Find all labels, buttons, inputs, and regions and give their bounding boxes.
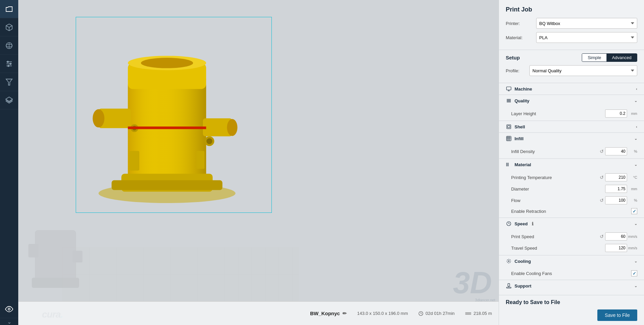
profile-select[interactable]: Normal Quality	[529, 65, 637, 76]
sidebar-item-eye[interactable]	[0, 300, 18, 318]
setting-print-speed: Print Speed ↺ mm/s	[499, 231, 644, 242]
sidebar-item-settings[interactable]	[0, 55, 18, 73]
sidebar-item-filter[interactable]	[0, 73, 18, 91]
infill-icon	[506, 135, 512, 142]
travel-speed-input[interactable]	[605, 244, 627, 252]
cooling-icon	[506, 258, 512, 264]
setting-enable-cooling: Enable Cooling Fans	[499, 268, 644, 278]
sidebar-collapse-arrow[interactable]: ⌄	[0, 318, 18, 325]
svg-rect-69	[508, 283, 509, 286]
group-material-header[interactable]: Material ⌄	[499, 159, 644, 170]
print-job-section: Print Job Printer: BQ Witbox Material: P…	[499, 0, 644, 50]
group-speed-body: Print Speed ↺ mm/s Travel Speed mm/s	[499, 229, 644, 255]
group-quality-header[interactable]: Quality ⌄	[499, 95, 644, 106]
svg-point-20	[93, 109, 104, 127]
quality-icon	[506, 98, 512, 104]
material-row: Material: PLA	[506, 32, 637, 43]
layer-height-input[interactable]	[605, 109, 627, 118]
infill-density-reset[interactable]: ↺	[600, 149, 604, 154]
group-material-chevron: ⌄	[634, 162, 637, 167]
printer-select[interactable]: BQ Witbox	[536, 18, 637, 29]
group-shell-header[interactable]: Shell ‹	[499, 121, 644, 132]
diameter-input[interactable]	[605, 185, 627, 193]
svg-line-67	[510, 259, 510, 260]
setting-flow: Flow ↺ %	[499, 195, 644, 206]
enable-cooling-checkbox[interactable]	[631, 270, 637, 276]
sidebar: ⌄	[0, 0, 18, 325]
group-quality-chevron: ⌄	[634, 99, 637, 103]
tab-simple[interactable]: Simple	[582, 54, 606, 61]
print-temp-input[interactable]	[605, 173, 627, 181]
group-infill-label: Infill	[515, 136, 524, 141]
group-cooling-header[interactable]: Cooling ⌄	[499, 255, 644, 267]
setup-tabs: Simple Advanced	[582, 53, 637, 62]
support-icon	[506, 283, 512, 289]
group-infill-chevron: ⌄	[634, 136, 637, 141]
right-panel: Print Job Printer: BQ Witbox Material: P…	[499, 0, 644, 325]
svg-marker-9	[6, 79, 12, 85]
tab-advanced[interactable]: Advanced	[606, 54, 637, 61]
machine-icon	[506, 86, 512, 92]
viewport: 3D 3dlancer.net cura. BW_Kopnyc ✏ 143.0 …	[18, 0, 499, 325]
group-material: Material ⌄ Printing Temperature ↺ °C Dia…	[499, 158, 644, 218]
profile-label: Profile:	[506, 68, 529, 73]
group-shell-label: Shell	[515, 124, 525, 129]
svg-rect-24	[112, 180, 222, 190]
flow-reset[interactable]: ↺	[600, 198, 604, 203]
setting-print-temp: Printing Temperature ↺ °C	[499, 172, 644, 183]
svg-rect-50	[508, 126, 510, 128]
group-infill-header[interactable]: Infill ⌄	[499, 133, 644, 144]
group-support-chevron: ⌄	[634, 284, 637, 288]
save-to-file-button[interactable]: Save to File	[597, 309, 637, 321]
svg-line-66	[510, 262, 510, 263]
enable-retraction-checkbox[interactable]	[631, 208, 637, 214]
svg-rect-30	[129, 151, 139, 171]
svg-line-68	[507, 262, 508, 263]
group-machine-label: Machine	[515, 86, 532, 92]
group-shell-chevron: ‹	[636, 125, 637, 129]
print-speed-input[interactable]	[605, 232, 627, 241]
svg-point-6	[7, 61, 8, 62]
group-machine: Machine ‹	[499, 83, 644, 95]
edit-name-icon[interactable]: ✏	[342, 310, 347, 317]
material-icon	[506, 161, 512, 168]
profile-row: Profile: Normal Quality	[506, 65, 637, 76]
flow-input[interactable]	[605, 196, 627, 204]
group-support-label: Support	[515, 283, 531, 289]
setting-layer-height: Layer Height mm	[499, 108, 644, 119]
group-cooling-body: Enable Cooling Fans	[499, 267, 644, 280]
setting-diameter: Diameter mm	[499, 183, 644, 195]
group-material-body: Printing Temperature ↺ °C Diameter mm Fl…	[499, 170, 644, 218]
group-machine-header[interactable]: Machine ‹	[499, 83, 644, 95]
svg-point-7	[10, 63, 11, 65]
print-time: 02d 01h 27min	[418, 311, 455, 316]
group-machine-chevron: ‹	[636, 87, 637, 91]
sidebar-item-object[interactable]	[0, 18, 18, 36]
svg-rect-49	[507, 125, 511, 129]
speed-icon	[506, 221, 512, 227]
svg-rect-31	[196, 151, 205, 169]
sidebar-item-layers[interactable]	[0, 91, 18, 109]
svg-rect-14	[128, 79, 206, 190]
setting-travel-speed: Travel Speed mm/s	[499, 242, 644, 254]
svg-point-8	[8, 65, 9, 67]
group-speed-chevron: ⌄	[634, 222, 637, 226]
sidebar-item-wireframe[interactable]	[0, 36, 18, 55]
print-speed-reset[interactable]: ↺	[600, 234, 604, 239]
speed-info-icon[interactable]: ℹ	[532, 221, 533, 226]
group-speed-header[interactable]: Speed ℹ ⌄	[499, 218, 644, 229]
svg-rect-29	[128, 126, 206, 129]
group-cooling: Cooling ⌄ Enable Cooling Fans	[499, 255, 644, 280]
group-support-header[interactable]: Support ⌄	[499, 280, 644, 292]
printer-row: Printer: BQ Witbox	[506, 18, 637, 29]
material-select[interactable]: PLA	[536, 32, 637, 43]
settings-list: Machine ‹ Quality ⌄ Layer Height mm	[499, 83, 644, 295]
svg-point-18	[141, 58, 193, 68]
sidebar-item-folder[interactable]	[0, 0, 18, 18]
model-name-display: BW_Kopnyc ✏	[310, 310, 347, 317]
group-material-label: Material	[515, 162, 531, 167]
print-temp-reset[interactable]: ↺	[600, 175, 604, 180]
infill-density-input[interactable]	[605, 147, 627, 155]
group-support-body: Enable Support	[499, 292, 644, 295]
print-job-title: Print Job	[506, 6, 637, 13]
